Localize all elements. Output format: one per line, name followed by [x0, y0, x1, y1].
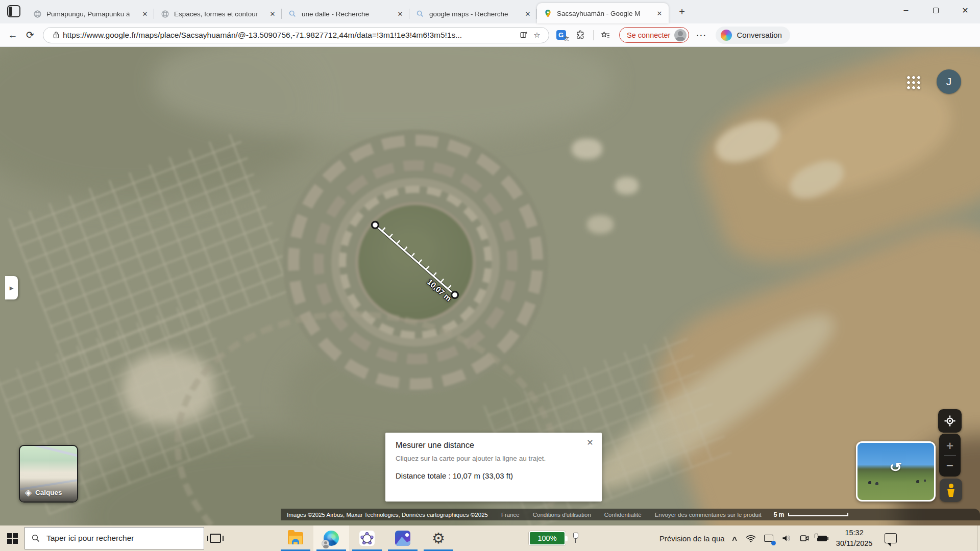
address-bar[interactable]: https://www.google.fr/maps/place/Sacsayh…: [43, 27, 549, 43]
task-view-icon: [210, 534, 221, 543]
chevron-right-icon: ▶: [10, 285, 14, 291]
google-apps-grid-icon[interactable]: [906, 75, 920, 89]
split-screen-icon[interactable]: [517, 29, 530, 42]
collections-star-list-icon[interactable]: [598, 28, 613, 43]
dialog-title: Mesurer une distance: [396, 441, 592, 450]
terms-link[interactable]: Conditions d'utilisation: [533, 512, 591, 518]
taskbar-geogebra[interactable]: [349, 525, 385, 551]
my-location-button[interactable]: [938, 409, 962, 433]
window-restore-button[interactable]: [921, 0, 950, 20]
windows-taskbar: Taper ici pour rechercher ⚙ 100%: [0, 525, 980, 551]
toolbar-divider: [593, 30, 594, 40]
tab-title: Sacsayhuamán - Google M: [557, 10, 654, 17]
battery-percent: 100%: [537, 534, 556, 542]
tab-actions-menu-icon[interactable]: [7, 5, 20, 17]
street-view-thumbnail[interactable]: ↺: [856, 441, 936, 502]
settings-more-icon[interactable]: ⋯: [693, 28, 708, 43]
side-panel-expand-button[interactable]: ▶: [5, 276, 18, 299]
zoom-out-button[interactable]: –: [946, 456, 953, 474]
sign-in-avatar-icon: [674, 29, 687, 41]
taskbar-search-input[interactable]: Taper ici pour rechercher: [24, 527, 204, 549]
tab-close-icon[interactable]: ✕: [267, 9, 278, 19]
search-icon: [31, 534, 40, 543]
windows-logo-icon: [7, 533, 18, 544]
tab-close-icon[interactable]: ✕: [140, 9, 150, 19]
tab-espaces-formes[interactable]: Espaces, formes et contour ✕: [154, 4, 282, 23]
tab-title: une dalle - Recherche: [302, 10, 395, 18]
tray-overflow-chevron-icon[interactable]: ∧: [731, 534, 738, 542]
photos-icon: [395, 531, 410, 546]
tab-sacsayhuaman-active[interactable]: Sacsayhuamán - Google M ✕: [537, 3, 669, 23]
battery-tray-icon[interactable]: [817, 533, 828, 544]
pegman-icon: [946, 484, 955, 497]
restore-icon: [933, 8, 939, 13]
running-indicator: [316, 549, 346, 551]
edge-icon: [324, 531, 339, 546]
map-canvas[interactable]: 10,07 m ▶ J ✕ Mesurer une distance Cliqu…: [0, 47, 980, 525]
tab-pumapungu[interactable]: Pumapungu, Pumapunku à ✕: [27, 4, 154, 23]
copilot-label: Conversation: [737, 31, 781, 39]
dialog-close-icon[interactable]: ✕: [584, 437, 596, 448]
show-desktop-strip[interactable]: [977, 525, 980, 551]
map-scale: 5 m: [774, 511, 849, 518]
favorite-star-icon[interactable]: ☆: [530, 29, 544, 42]
camera-icon[interactable]: [799, 533, 810, 544]
feedback-link[interactable]: Envoyer des commentaires sur le produit: [655, 512, 762, 518]
account-avatar[interactable]: J: [937, 69, 961, 94]
privacy-link[interactable]: Confidentialité: [604, 512, 642, 518]
desktop: Pumapungu, Pumapunku à ✕ Espaces, formes…: [0, 0, 980, 551]
tab-title: Pumapungu, Pumapunku à: [46, 10, 140, 18]
task-view-button[interactable]: [204, 525, 227, 551]
browser-tab-bar: Pumapungu, Pumapunku à ✕ Espaces, formes…: [0, 0, 980, 23]
measure-distance-dialog: ✕ Mesurer une distance Cliquez sur la ca…: [385, 433, 602, 502]
sync-status-icon[interactable]: [763, 533, 774, 544]
pegman-button[interactable]: [940, 479, 962, 502]
avatar-initial: J: [946, 76, 952, 88]
running-indicator: [388, 549, 418, 551]
weather-widget[interactable]: Prévision de la qua: [659, 534, 725, 543]
battery-percentage-widget[interactable]: 100%: [529, 531, 566, 545]
lock-icon[interactable]: [50, 29, 63, 42]
globe-icon: [33, 9, 42, 18]
window-controls: – ✕: [891, 0, 980, 20]
zoom-control: + –: [939, 434, 961, 477]
zoom-in-button[interactable]: +: [946, 437, 953, 455]
tab-google-maps-search[interactable]: google maps - Recherche ✕: [409, 4, 537, 23]
back-button[interactable]: ←: [4, 27, 21, 44]
map-attribution-bar: Images ©2025 Airbus, Maxar Technologies,…: [281, 509, 980, 520]
copilot-icon: [721, 30, 732, 41]
window-close-button[interactable]: ✕: [950, 0, 980, 20]
layers-icon: ◈: [25, 487, 32, 498]
speaker-icon[interactable]: [781, 533, 792, 544]
google-maps-pin-icon: [543, 9, 552, 18]
taskbar-photos[interactable]: [385, 525, 421, 551]
region-label: France: [501, 512, 520, 518]
taskbar-settings[interactable]: ⚙: [421, 525, 456, 551]
browser-toolbar: ← ⟳ https://www.google.fr/maps/place/Sac…: [0, 23, 980, 47]
translate-icon[interactable]: G: [553, 28, 569, 43]
taskbar-edge[interactable]: [313, 525, 349, 551]
search-placeholder: Taper ici pour rechercher: [46, 534, 134, 543]
refresh-button[interactable]: ⟳: [21, 27, 39, 44]
notification-center-icon[interactable]: [885, 533, 897, 543]
window-minimize-button[interactable]: –: [891, 0, 921, 20]
globe-icon: [160, 9, 169, 18]
taskbar-file-explorer[interactable]: [278, 525, 313, 551]
edge-profile-avatar: [322, 540, 329, 547]
copilot-button[interactable]: Conversation: [716, 27, 790, 44]
extensions-puzzle-icon[interactable]: [573, 28, 588, 43]
search-icon: [415, 9, 425, 18]
layers-button[interactable]: ◈ Calques: [19, 445, 78, 503]
new-tab-button[interactable]: +: [675, 5, 689, 19]
taskbar-clock[interactable]: 15:32 30/11/2025: [836, 528, 873, 549]
tab-close-icon[interactable]: ✕: [523, 9, 533, 19]
tab-close-icon[interactable]: ✕: [395, 9, 405, 19]
wifi-icon[interactable]: [745, 533, 756, 544]
sign-in-button[interactable]: Se connecter: [619, 27, 689, 43]
tab-close-icon[interactable]: ✕: [654, 8, 665, 18]
dialog-total-distance: Distance totale : 10,07 m (33,03 ft): [396, 471, 592, 480]
start-button[interactable]: [0, 525, 24, 551]
running-indicator: [352, 549, 382, 551]
tab-une-dalle[interactable]: une dalle - Recherche ✕: [282, 4, 409, 23]
scale-label: 5 m: [774, 511, 785, 518]
